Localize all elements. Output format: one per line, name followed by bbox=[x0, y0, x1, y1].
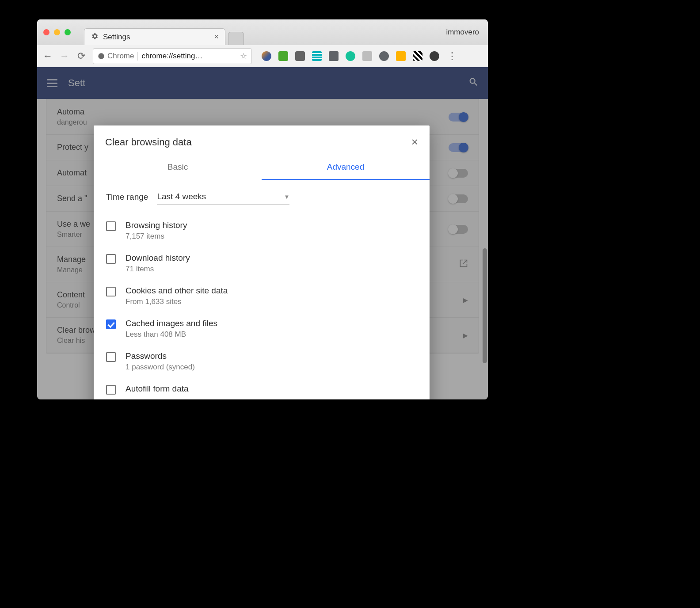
clear-item-browsing-history[interactable]: Browsing history7,157 items bbox=[106, 214, 417, 247]
extension-icon[interactable] bbox=[312, 51, 322, 61]
checkbox[interactable] bbox=[106, 352, 116, 362]
extension-icon[interactable] bbox=[379, 51, 389, 61]
profile-name[interactable]: immovero bbox=[446, 28, 479, 37]
omnibox-origin-chip: Chrome bbox=[98, 52, 134, 61]
clear-item-passwords[interactable]: Passwords1 password (synced) bbox=[106, 345, 417, 378]
extension-icon[interactable] bbox=[329, 51, 339, 61]
checkbox[interactable] bbox=[106, 287, 116, 296]
close-window-button[interactable] bbox=[43, 29, 49, 35]
close-icon[interactable]: × bbox=[411, 135, 418, 149]
new-tab-button[interactable] bbox=[228, 32, 244, 45]
extension-icon[interactable] bbox=[413, 51, 422, 61]
time-range-select[interactable]: Last 4 weeks ▼ bbox=[157, 189, 289, 205]
clear-item-cookies[interactable]: Cookies and other site dataFrom 1,633 si… bbox=[106, 280, 417, 312]
forward-button[interactable]: → bbox=[59, 50, 70, 62]
back-button[interactable]: ← bbox=[42, 50, 53, 62]
minimize-window-button[interactable] bbox=[54, 29, 60, 35]
bookmark-star-icon[interactable]: ☆ bbox=[240, 51, 247, 61]
toolbar: ← → ⟳ Chrome chrome://setting… ☆ ⋮ bbox=[37, 45, 488, 67]
tab-strip: Settings × bbox=[84, 19, 244, 45]
checkbox[interactable] bbox=[106, 385, 116, 395]
checkbox[interactable] bbox=[106, 254, 116, 264]
clear-item-autofill[interactable]: Autofill form data bbox=[106, 378, 417, 399]
zoom-window-button[interactable] bbox=[65, 29, 71, 35]
chrome-menu-icon[interactable]: ⋮ bbox=[447, 50, 457, 62]
extension-icon[interactable] bbox=[278, 51, 288, 61]
clear-item-download-history[interactable]: Download history71 items bbox=[106, 247, 417, 280]
extension-icon[interactable] bbox=[362, 51, 372, 61]
tab-title: Settings bbox=[103, 33, 130, 42]
clear-item-cache[interactable]: Cached images and filesLess than 408 MB bbox=[106, 312, 417, 345]
dialog-body: Time range Last 4 weeks ▼ Browsing histo… bbox=[94, 180, 430, 399]
gear-icon bbox=[91, 32, 99, 42]
dialog-header: Clear browsing data × bbox=[94, 125, 430, 157]
dialog-title: Clear browsing data bbox=[105, 137, 192, 148]
tab-settings[interactable]: Settings × bbox=[84, 28, 225, 45]
omnibox[interactable]: Chrome chrome://setting… ☆ bbox=[93, 48, 252, 64]
extension-icon[interactable] bbox=[262, 51, 271, 61]
extension-icon[interactable] bbox=[346, 51, 355, 61]
titlebar: Settings × immovero bbox=[37, 19, 488, 45]
tab-basic[interactable]: Basic bbox=[94, 157, 262, 180]
omnibox-separator bbox=[137, 52, 138, 61]
chevron-down-icon: ▼ bbox=[284, 194, 290, 200]
time-range-label: Time range bbox=[106, 192, 148, 202]
extension-icons bbox=[262, 51, 439, 61]
tab-advanced[interactable]: Advanced bbox=[262, 157, 430, 180]
extension-icon[interactable] bbox=[430, 51, 439, 61]
time-range-row: Time range Last 4 weeks ▼ bbox=[106, 189, 417, 205]
clear-browsing-data-dialog: Clear browsing data × Basic Advanced Tim… bbox=[94, 125, 430, 399]
settings-page: Sett Automadangerou Protect y Automat Se… bbox=[37, 67, 488, 399]
browser-window: Settings × immovero ← → ⟳ Chrome chrome:… bbox=[37, 19, 488, 399]
window-controls bbox=[43, 29, 71, 35]
omnibox-url: chrome://setting… bbox=[141, 52, 234, 61]
reload-button[interactable]: ⟳ bbox=[76, 50, 87, 62]
checkbox[interactable] bbox=[106, 221, 116, 231]
tab-close-icon[interactable]: × bbox=[214, 32, 219, 42]
dialog-tabs: Basic Advanced bbox=[94, 157, 430, 180]
svg-point-0 bbox=[98, 53, 104, 59]
checkbox[interactable] bbox=[106, 319, 116, 329]
extension-icon[interactable] bbox=[295, 51, 305, 61]
extension-icon[interactable] bbox=[396, 51, 406, 61]
